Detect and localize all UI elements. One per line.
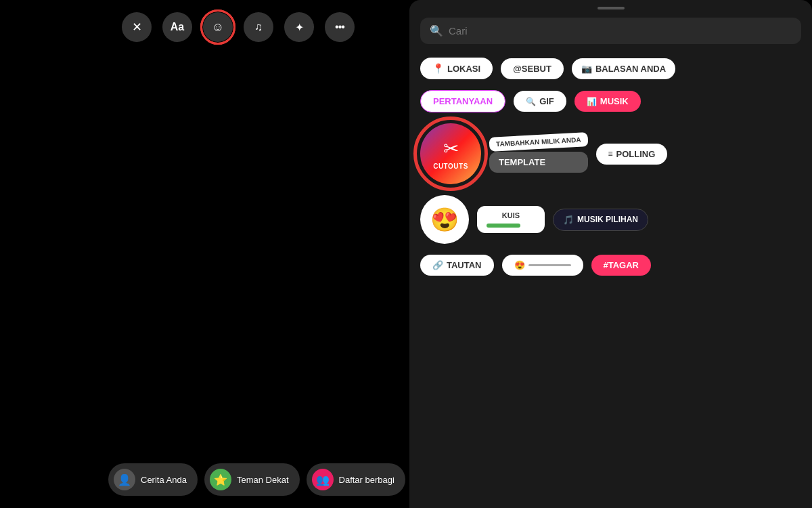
sebut-sticker[interactable]: @SEBUT (501, 58, 564, 79)
music-button[interactable]: ♫ (244, 12, 273, 42)
text-icon: Aa (171, 21, 184, 33)
sticker-icon: ☺ (212, 20, 224, 35)
more-icon: ••• (335, 21, 344, 33)
teman-label: Teman Dekat (237, 475, 289, 485)
emoji-face: 😍 (430, 206, 459, 233)
emoji-bar-face: 😍 (514, 260, 525, 270)
tambahkan-sticker[interactable]: TAMBAHKAN MILIK ANDA (489, 132, 588, 152)
lokasi-icon: 📍 (432, 63, 444, 74)
sticker-row-4: 😍 KUIS 🎵 MUSIK PILIHAN (420, 195, 801, 244)
text-button[interactable]: Aa (162, 12, 192, 42)
cerita-label: Cerita Anda (141, 475, 187, 485)
teman-avatar: ⭐ (210, 469, 231, 490)
pertanyaan-label: PERTANYAAN (433, 96, 493, 106)
daftar-label: Daftar berbagi (339, 475, 394, 485)
emoji-bar-line (528, 264, 571, 266)
move-button[interactable]: ✦ (284, 12, 314, 42)
tagar-label: #TAGAR (604, 260, 639, 270)
template-sticker[interactable]: TEMPLATE (489, 152, 588, 173)
search-icon: 🔍 (430, 24, 443, 37)
musik-sticker[interactable]: 📊 MUSIK (574, 91, 641, 112)
pertanyaan-sticker[interactable]: PERTANYAAN (420, 90, 505, 112)
tagar-sticker[interactable]: #TAGAR (591, 255, 651, 276)
music-icon: ♫ (254, 21, 263, 33)
lokasi-label: LOKASI (447, 64, 480, 74)
scissors-icon: ✂ (443, 137, 459, 160)
gif-label: GIF (539, 96, 554, 106)
sticker-row-1: 📍 LOKASI @SEBUT 📷 BALASAN ANDA (420, 58, 801, 79)
emoji-bar-sticker[interactable]: 😍 (502, 255, 583, 276)
polling-icon: ≡ (608, 149, 613, 158)
balasan-icon: 📷 (581, 64, 592, 74)
sticker-row-3: ✂ CUTOUTS TAMBAHKAN MILIK ANDA TEMPLATE … (420, 123, 801, 184)
search-bar[interactable]: 🔍 (420, 18, 801, 44)
emoji-sticker[interactable]: 😍 (420, 195, 469, 244)
daftar-avatar: 👥 (312, 469, 334, 490)
close-button[interactable]: ✕ (122, 12, 152, 42)
cutouts-wrapper: ✂ CUTOUTS (420, 123, 481, 184)
polling-sticker[interactable]: ≡ POLLING (596, 144, 668, 165)
template-group: TAMBAHKAN MILIK ANDA TEMPLATE (489, 135, 588, 173)
toolbar: ✕ Aa ☺ ♫ ✦ ••• (122, 12, 355, 42)
cutouts-label: CUTOUTS (433, 163, 468, 170)
move-icon: ✦ (295, 21, 304, 34)
more-button[interactable]: ••• (325, 12, 355, 42)
search-input[interactable] (449, 25, 792, 37)
bottom-bar: 👤 Cerita Anda ⭐ Teman Dekat 👥 Daftar ber… (108, 463, 439, 496)
musik-pilihan-sticker[interactable]: 🎵 MUSIK PILIHAN (553, 209, 648, 231)
polling-label: POLLING (616, 149, 656, 159)
sticker-button[interactable]: ☺ (203, 12, 233, 42)
balasan-label: BALASAN ANDA (595, 64, 666, 74)
template-label: TEMPLATE (499, 157, 545, 167)
tautan-label: TAUTAN (447, 260, 482, 270)
gif-sticker[interactable]: 🔍 GIF (514, 91, 566, 112)
cerita-anda-item[interactable]: 👤 Cerita Anda (108, 463, 198, 496)
musik-pilihan-label: MUSIK PILIHAN (577, 215, 638, 224)
tautan-sticker[interactable]: 🔗 TAUTAN (420, 255, 494, 276)
close-icon: ✕ (132, 20, 142, 35)
musik-icon: 📊 (587, 97, 597, 106)
sticker-row-2: PERTANYAAN 🔍 GIF 📊 MUSIK (420, 90, 801, 112)
musik-pilihan-icon: 🎵 (563, 215, 574, 225)
kuis-progress-bar (487, 224, 520, 228)
tautan-icon: 🔗 (432, 260, 443, 270)
sticker-grid: 📍 LOKASI @SEBUT 📷 BALASAN ANDA PERTANYAA… (409, 52, 812, 281)
kuis-sticker[interactable]: KUIS (477, 206, 545, 233)
daftar-berbagi-item[interactable]: 👥 Daftar berbagi (307, 463, 405, 496)
cutouts-sticker[interactable]: ✂ CUTOUTS (420, 123, 481, 184)
cerita-avatar: 👤 (114, 469, 135, 490)
sticker-row-5: 🔗 TAUTAN 😍 #TAGAR (420, 255, 801, 276)
balasan-sticker[interactable]: 📷 BALASAN ANDA (572, 58, 675, 79)
kuis-label: KUIS (487, 211, 535, 219)
sebut-label: @SEBUT (513, 64, 551, 74)
musik-label: MUSIK (600, 96, 629, 106)
teman-dekat-item[interactable]: ⭐ Teman Dekat (204, 463, 300, 496)
sticker-panel: 🔍 📍 LOKASI @SEBUT 📷 BALASAN ANDA PERTANY… (409, 0, 812, 508)
left-canvas (0, 0, 406, 508)
panel-handle (597, 7, 625, 9)
tambahkan-label: TAMBAHKAN MILIK ANDA (496, 136, 581, 148)
gif-search-icon: 🔍 (526, 97, 536, 106)
lokasi-sticker[interactable]: 📍 LOKASI (420, 58, 493, 79)
